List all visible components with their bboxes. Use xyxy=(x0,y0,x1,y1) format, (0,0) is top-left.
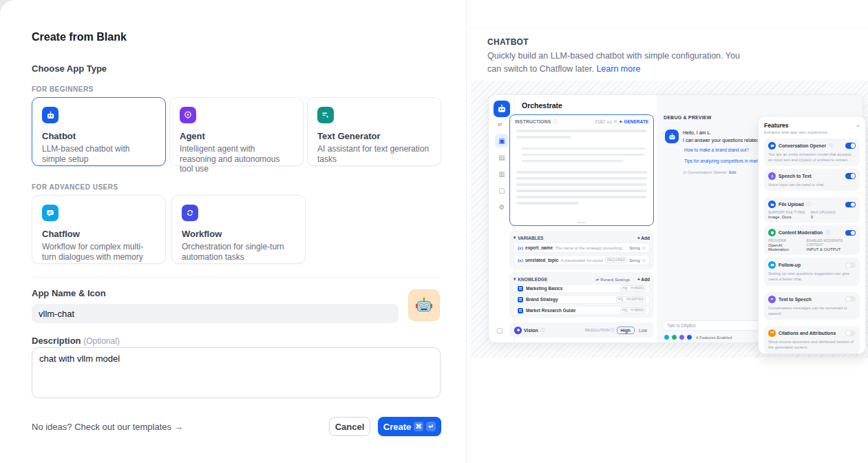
rerank-settings: ⇄ Rerank Settings xyxy=(596,277,630,282)
info-icon: ⓘ xyxy=(553,119,557,125)
mini-page-title: Orchestrate xyxy=(522,101,562,110)
citations-icon xyxy=(768,329,776,337)
pane-top-divider xyxy=(467,28,868,28)
mini-variables-panel: ▾ VARIABLES + Add {x} expert_name The na… xyxy=(509,231,654,269)
arrow-right-icon: → xyxy=(174,422,183,432)
feature-card-text-to-speech: Text to Speech Conversation messages can… xyxy=(764,292,860,320)
feature-card-file-upload: File Upload ⓘ SUPPORT FILE TYPESImage, D… xyxy=(764,197,860,223)
app-type-desc: Workflow for complex multi-turn dialogue… xyxy=(42,242,156,262)
enabled-features-row: 4 Features Enabled xyxy=(664,334,732,340)
create-button[interactable]: Create ⌘ ↵ xyxy=(378,417,441,436)
variable-row: {x} expert_name The name of the strategi… xyxy=(514,243,650,253)
mini-app-icon xyxy=(494,101,510,117)
app-name-label: App Name & Icon xyxy=(32,288,106,298)
feature-toggle xyxy=(845,173,856,179)
feature-toggle xyxy=(845,263,856,269)
create-form: Create from Blank Choose App Type FOR BE… xyxy=(0,0,466,463)
mini-features-panel: Features × Enhance web app user experien… xyxy=(758,116,866,354)
app-type-desc: Orchestration for single-turn automation… xyxy=(182,242,295,262)
text-to-speech-icon xyxy=(768,296,776,303)
templates-link[interactable]: No ideas? Check out our templates→ xyxy=(32,422,183,432)
info-icon: ⓘ xyxy=(540,327,544,333)
copy-icon: ⧉ xyxy=(614,119,617,124)
app-type-desc: LLM-based chatbot with simple setup xyxy=(42,144,156,164)
knowledge-row: Brand Strategy HQ · INVERTED xyxy=(514,295,650,304)
add-knowledge: + Add xyxy=(637,277,650,282)
knowledge-row: Marketing Basics HQ · HYBRID xyxy=(514,284,650,293)
feature-dot xyxy=(664,334,670,340)
preview-heading: CHATBOT xyxy=(487,37,529,47)
feature-dot xyxy=(671,334,677,340)
edit-link: Edit xyxy=(729,170,736,174)
robot-emoji-icon xyxy=(414,296,434,315)
cmd-key-icon: ⌘ xyxy=(414,422,423,431)
speech-to-text-icon xyxy=(768,172,776,180)
app-name-input[interactable] xyxy=(32,304,399,323)
variable-row: {x} unrelated_topic A placeholder for to… xyxy=(514,255,650,265)
feature-card-citations: Citations and Attributions Show source d… xyxy=(764,326,860,353)
feature-card-follow-up: Follow-up Setting up next questions sugg… xyxy=(764,258,860,285)
eye-icon: ⊙ xyxy=(642,258,646,263)
vision-icon xyxy=(514,327,522,334)
app-type-title: Chatbot xyxy=(42,131,156,141)
mini-nav-settings-icon: ⚙ xyxy=(495,200,509,214)
variable-icon: {x} xyxy=(518,246,523,250)
text-generator-icon xyxy=(317,107,334,123)
knowledge-row: Market Research Guide HQ · HYBRID xyxy=(514,306,650,315)
drag-handle xyxy=(577,222,586,223)
add-variable: + Add xyxy=(637,236,650,240)
modal-sheet: Create from Blank Choose App Type FOR BE… xyxy=(0,0,868,463)
file-upload-icon xyxy=(768,200,776,208)
feature-toggle xyxy=(845,202,856,208)
mini-knowledge-panel: ▾ KNOWLEDGE ⇄ Rerank Settings + Add Mark… xyxy=(509,272,654,318)
mini-nav-image-icon: ▤ xyxy=(495,150,509,164)
bot-avatar xyxy=(665,130,679,143)
info-icon: ⓘ xyxy=(829,143,833,149)
suggestion-link: How to make a brand stand out? xyxy=(684,147,749,152)
feature-toggle xyxy=(845,330,856,336)
app-type-card-workflow[interactable]: Workflow Orchestration for single-turn a… xyxy=(171,195,306,264)
suggestion-link: Tips for analyzing competitors in market xyxy=(684,158,763,163)
mini-nav-collapse-icon: ▢ xyxy=(496,327,502,334)
app-type-card-text-generator[interactable]: Text Generator AI assistant for text gen… xyxy=(307,97,441,166)
section-for-beginners: FOR BEGINNERS xyxy=(32,85,94,93)
instructions-skeleton xyxy=(510,127,653,211)
app-type-desc: Intelligent agent with reasoning and aut… xyxy=(180,144,293,174)
feature-toggle xyxy=(845,143,856,149)
info-icon: ⓘ xyxy=(807,201,811,207)
description-textarea[interactable]: chat with vllm model xyxy=(32,347,441,398)
info-icon: ⓘ xyxy=(825,229,829,236)
cancel-button[interactable]: Cancel xyxy=(329,417,370,436)
conversation-opener-icon xyxy=(768,142,776,150)
mini-nav-notes-icon: ▢ xyxy=(495,183,509,197)
feature-toggle xyxy=(845,296,856,302)
feature-toggle xyxy=(845,230,856,236)
variable-icon: {x} xyxy=(607,120,612,124)
feature-dot xyxy=(679,334,685,340)
app-icon-picker[interactable] xyxy=(408,289,440,321)
app-type-desc: AI assistant for text generation tasks xyxy=(317,144,431,164)
enter-key-icon: ↵ xyxy=(426,422,436,431)
learn-more-link[interactable]: Learn more xyxy=(596,64,640,74)
app-type-card-agent[interactable]: Agent Intelligent agent with reasoning a… xyxy=(169,97,304,166)
page-title: Create from Blank xyxy=(32,31,127,43)
resolution-high-chip: High xyxy=(617,327,635,334)
chatbot-icon xyxy=(42,107,59,123)
content-moderation-icon xyxy=(768,229,776,236)
create-app-modal: Create from Blank Choose App Type FOR BE… xyxy=(0,0,868,463)
preview-image-area: ⇄ ▣ ▤ ▥ ▢ ⚙ ▢ Orchestrate ✳ GPT-4o CHAT … xyxy=(471,81,868,358)
dataset-icon xyxy=(518,286,523,291)
app-type-card-chatbot[interactable]: Chatbot LLM-based chatbot with simple se… xyxy=(32,97,166,166)
description-optional: (Optional) xyxy=(83,336,120,346)
mini-nav-logs-icon: ▥ xyxy=(495,167,509,181)
preview-pane: CHATBOT Quickly build an LLM-based chatb… xyxy=(466,0,868,463)
app-type-card-chatflow[interactable]: Chatflow Workflow for complex multi-turn… xyxy=(32,195,166,264)
feature-card-content-moderation: Content Moderation ⓘ PROVIDEROpenAI Mode… xyxy=(764,225,860,255)
feature-dot xyxy=(686,334,692,340)
mini-switch-icon: ⇄ xyxy=(498,121,502,127)
feature-card-conversation-opener: Conversation Opener ⓘ You are an entity … xyxy=(764,138,860,166)
app-type-title: Agent xyxy=(180,131,293,141)
mini-generate-button: ✦ GENERATE xyxy=(619,119,648,125)
preview-description: Quickly build an LLM-based chatbot with … xyxy=(487,50,742,76)
variable-icon: {x} xyxy=(518,258,523,263)
